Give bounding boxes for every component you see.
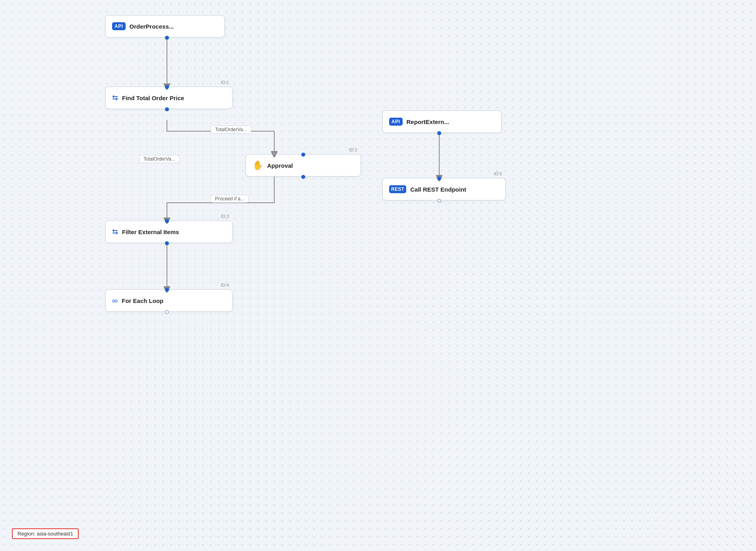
report-extern-label: ReportExtern... <box>407 118 450 125</box>
region-badge: Region: asia-southeast1 <box>12 528 79 539</box>
api-badge: API <box>112 22 126 30</box>
for-each-in-dot <box>165 288 169 292</box>
for-each-loop-node[interactable]: ID:4 ∞ For Each Loop <box>105 289 233 312</box>
node-id-5: ID:5 <box>494 171 502 176</box>
find-total-label: Find Total Order Price <box>122 95 184 101</box>
call-rest-label: Call REST Endpoint <box>410 186 466 193</box>
filter-external-in-dot <box>165 219 169 223</box>
api-badge-2: API <box>389 118 403 126</box>
find-total-in-dot <box>165 85 169 89</box>
approval-out-dot <box>301 175 305 179</box>
node-id-1: ID:1 <box>221 80 229 85</box>
call-rest-out-dot <box>437 199 441 203</box>
hand-icon: ✋ <box>252 160 263 171</box>
call-rest-endpoint-node[interactable]: ID:5 REST Call REST Endpoint <box>382 178 506 200</box>
node-id-2: ID:2 <box>349 147 357 152</box>
node-id-3: ID:3 <box>221 214 229 219</box>
workflow-canvas: API OrderProcess... ID:1 ⇆ Find Total Or… <box>0 0 756 551</box>
approval-label: Approval <box>267 162 293 169</box>
order-process-node[interactable]: API OrderProcess... <box>105 15 225 37</box>
approval-in-dot <box>301 153 305 157</box>
filter-icon-1: ⇆ <box>112 93 118 102</box>
report-extern-node[interactable]: API ReportExtern... <box>382 111 502 133</box>
filter-external-items-node[interactable]: ID:3 ⇆ Filter External Items <box>105 221 233 243</box>
loop-icon: ∞ <box>112 296 118 305</box>
rest-badge: REST <box>389 185 406 193</box>
proceed-if-label: Proceed if a... <box>211 195 249 203</box>
approval-node[interactable]: ID:2 ✋ Approval <box>246 154 361 177</box>
total-order-va-label-2: TotalOrderVa... <box>139 155 180 163</box>
filter-external-label: Filter External Items <box>122 229 179 235</box>
report-extern-out-dot <box>437 131 441 135</box>
find-total-out-dot <box>165 107 169 111</box>
order-process-label: OrderProcess... <box>130 23 174 30</box>
call-rest-in-dot <box>437 177 441 180</box>
total-order-va-label-1: TotalOrderVa... <box>211 126 251 134</box>
filter-icon-2: ⇆ <box>112 227 118 236</box>
filter-external-out-dot <box>165 241 169 245</box>
find-total-order-price-node[interactable]: ID:1 ⇆ Find Total Order Price <box>105 87 233 109</box>
for-each-label: For Each Loop <box>122 297 163 304</box>
node-id-4: ID:4 <box>221 283 229 287</box>
order-process-out-dot <box>165 36 169 40</box>
for-each-out-dot <box>165 310 169 314</box>
